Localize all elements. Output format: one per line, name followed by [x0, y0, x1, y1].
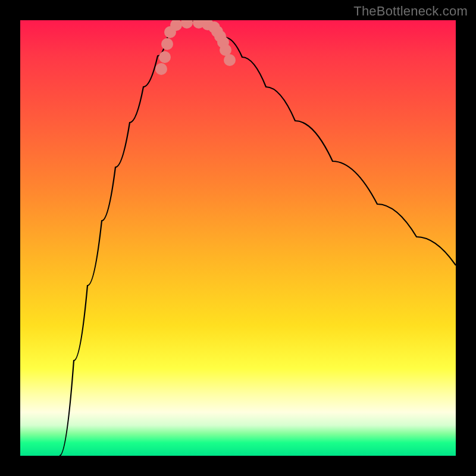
- data-marker: [224, 54, 236, 66]
- data-marker: [181, 20, 193, 29]
- data-marker: [211, 26, 223, 37]
- watermark-text: TheBottleneck.com: [353, 4, 468, 19]
- data-marker: [159, 51, 171, 63]
- gradient-plot-area: [20, 20, 456, 456]
- bottleneck-curve-path: [60, 21, 456, 456]
- bottleneck-curve: [20, 20, 456, 456]
- data-marker: [217, 36, 229, 48]
- data-marker: [170, 20, 182, 31]
- data-marker: [202, 20, 214, 30]
- data-marker: [208, 21, 220, 33]
- data-marker: [164, 26, 176, 38]
- data-marker: [193, 20, 205, 29]
- data-marker: [161, 38, 173, 50]
- chart-frame: TheBottleneck.com: [0, 0, 476, 476]
- data-marker: [155, 63, 167, 75]
- data-marker: [214, 30, 226, 42]
- data-marker: [220, 44, 231, 56]
